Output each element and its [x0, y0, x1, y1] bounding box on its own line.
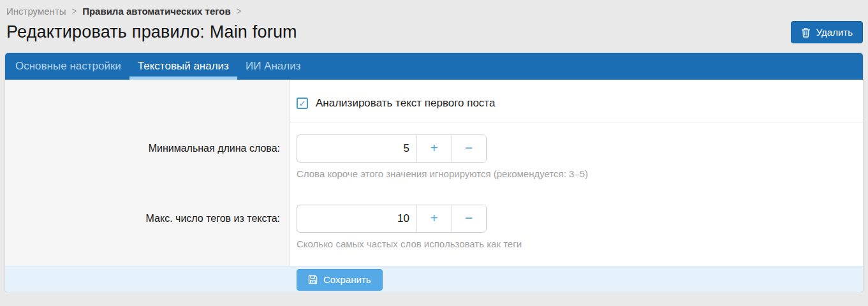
min-word-length-stepper: + −: [297, 135, 487, 163]
breadcrumb: Инструменты > Правила автоматических тег…: [6, 6, 863, 17]
save-button[interactable]: Сохранить: [297, 269, 383, 291]
min-word-length-input[interactable]: [297, 135, 416, 162]
checkbox-row: ✓ Анализировать текст первого поста: [5, 80, 863, 122]
chevron-right-icon: >: [237, 5, 242, 17]
max-tags-row: Макс. число тегов из текста: + − Сколько…: [5, 205, 863, 249]
check-icon: ✓: [299, 99, 306, 108]
max-tags-label: Макс. число тегов из текста:: [5, 205, 289, 249]
min-word-length-hint: Слова короче этого значения игнорируются…: [297, 168, 863, 179]
max-tags-stepper: + −: [297, 205, 487, 233]
save-button-label: Сохранить: [323, 274, 371, 285]
increment-button[interactable]: +: [416, 205, 452, 232]
delete-button-label: Удалить: [816, 27, 853, 38]
form-body: ✓ Анализировать текст первого поста Мини…: [5, 80, 863, 266]
analyze-first-post-label: Анализировать текст первого поста: [316, 97, 495, 110]
breadcrumb-link-auto-tag-rules[interactable]: Правила автоматических тегов: [82, 6, 231, 17]
analyze-first-post-checkbox[interactable]: ✓: [297, 98, 308, 109]
rule-editor-card: Основные настройки Текстовый анализ ИИ А…: [5, 53, 863, 293]
chevron-right-icon: >: [72, 5, 77, 17]
max-tags-input[interactable]: [297, 205, 416, 232]
min-word-length-label: Минимальная длина слова:: [5, 135, 289, 179]
delete-button[interactable]: Удалить: [791, 21, 863, 43]
decrement-button[interactable]: −: [452, 205, 487, 232]
page-header: Инструменты > Правила автоматических тег…: [0, 0, 868, 43]
tab-text-analysis[interactable]: Текстовый анализ: [129, 53, 237, 80]
form-footer: Сохранить: [5, 266, 863, 293]
tab-basic-settings[interactable]: Основные настройки: [7, 53, 129, 80]
max-tags-hint: Сколько самых частых слов использовать к…: [297, 238, 863, 249]
min-word-length-row: Минимальная длина слова: + − Слова короч…: [5, 135, 863, 179]
trash-icon: [801, 27, 811, 38]
decrement-button[interactable]: −: [452, 135, 487, 162]
tab-ai-analysis[interactable]: ИИ Анализ: [237, 53, 309, 80]
title-row: Редактировать правило: Main forum Удалит…: [6, 21, 863, 43]
increment-button[interactable]: +: [416, 135, 452, 162]
page-title: Редактировать правило: Main forum: [6, 22, 297, 42]
tab-bar: Основные настройки Текстовый анализ ИИ А…: [5, 53, 863, 80]
save-icon: [308, 275, 318, 284]
breadcrumb-link-tools[interactable]: Инструменты: [6, 6, 66, 17]
